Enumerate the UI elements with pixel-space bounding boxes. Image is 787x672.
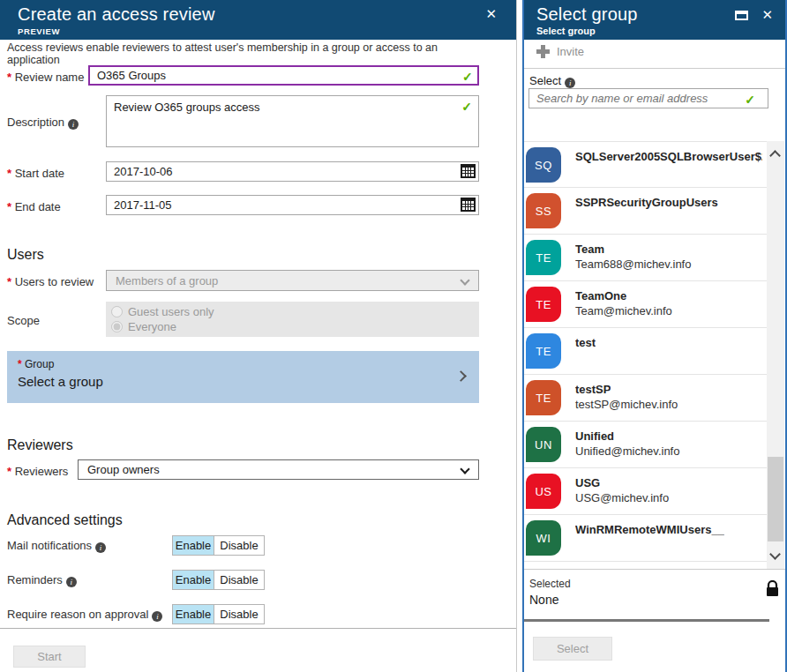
users-to-review-value: Members of a group [116, 274, 218, 287]
chevron-down-icon [460, 275, 469, 285]
calendar-icon[interactable] [461, 164, 476, 182]
group-avatar: TE [526, 240, 561, 275]
group-list-item[interactable]: TE test [524, 328, 768, 375]
search-input[interactable] [528, 88, 768, 108]
group-list-item[interactable]: TE TeamOne Team@michev.info [524, 281, 768, 328]
group-email: Team@michev.info [575, 304, 672, 317]
group-name: Unified [575, 429, 614, 443]
preview-badge: PREVIEW [18, 26, 60, 36]
scope-option-everyone-label: Everyone [128, 320, 176, 333]
group-avatar: TE [526, 333, 561, 369]
start-button[interactable]: Start [13, 646, 86, 668]
group-email: testSP@michev.info [575, 398, 678, 411]
group-picker[interactable]: Group Select a group [7, 351, 479, 403]
group-list: SQ SQLServer2005SQLBrowserUser$2012R... … [524, 141, 768, 562]
reviewers-dropdown[interactable]: Group owners [78, 459, 479, 480]
info-icon: i [565, 78, 575, 88]
valid-check-icon: ✓ [462, 70, 473, 84]
scope-options: Guest users only Everyone [106, 302, 479, 337]
footer-divider [524, 619, 769, 622]
description-label-text: Description [7, 116, 64, 129]
group-avatar: SS [526, 193, 561, 228]
require-reason-toggle: Enable Disable [172, 604, 265, 624]
require-reason-disable-button[interactable]: Disable [214, 605, 264, 623]
reviewers-label: Reviewers [7, 465, 68, 478]
mail-notifications-toggle: Enable Disable [172, 535, 265, 556]
select-button[interactable]: Select [533, 637, 612, 661]
plus-icon [536, 45, 550, 58]
chevron-right-icon [455, 370, 467, 382]
reviewers-section-heading: Reviewers [7, 437, 73, 453]
close-icon[interactable]: ✕ [485, 7, 497, 20]
reminders-disable-button[interactable]: Disable [214, 571, 264, 589]
radio-guest-users-only[interactable] [111, 306, 123, 317]
group-picker-value: Select a group [18, 374, 103, 389]
intro-text: Access reviews enable reviewers to attes… [7, 41, 488, 66]
group-avatar: TE [526, 380, 561, 415]
review-name-input[interactable] [88, 65, 479, 86]
users-section-heading: Users [7, 247, 44, 263]
users-to-review-label: Users to review [7, 275, 94, 288]
group-list-item[interactable]: US USG USG@michev.info [524, 468, 768, 515]
valid-check-icon: ✓ [745, 93, 755, 107]
group-name: TeamOne [575, 289, 626, 302]
group-list-item[interactable]: WI WinRMRemoteWMIUsers__ [524, 515, 768, 562]
scope-option-guests: Guest users only [111, 304, 479, 319]
selected-value: None [529, 593, 558, 607]
valid-check-icon: ✓ [461, 100, 472, 114]
reminders-toggle: Enable Disable [172, 570, 265, 590]
start-date-input[interactable] [106, 161, 479, 182]
invite-button-label: Invite [557, 45, 584, 58]
page-title: Create an access review [18, 4, 215, 25]
group-list-item[interactable]: SS SSPRSecurityGroupUsers [524, 188, 768, 235]
invite-button[interactable]: Invite [536, 45, 584, 58]
reviewers-value: Group owners [87, 463, 160, 476]
review-name-label: Review name [7, 71, 84, 84]
group-email: Unified@michev.info [575, 444, 679, 458]
require-reason-enable-button[interactable]: Enable [173, 605, 214, 623]
reminders-label-text: Reminders [7, 573, 63, 586]
description-field-wrap: Review O365 groups access ✓ [106, 95, 479, 147]
blade-toolbar: Invite [524, 40, 785, 69]
description-input[interactable]: Review O365 groups access [107, 96, 478, 146]
description-label: Descriptioni [7, 116, 79, 130]
info-icon: i [95, 542, 106, 553]
scroll-up-icon[interactable] [769, 150, 781, 161]
info-icon: i [66, 577, 77, 587]
group-avatar: SQ [526, 147, 561, 183]
group-avatar: WI [526, 520, 561, 556]
select-group-title: Select group [536, 4, 638, 25]
users-to-review-dropdown: Members of a group [106, 270, 479, 291]
mail-notifications-disable-button[interactable]: Disable [214, 536, 264, 555]
close-icon[interactable]: ✕ [761, 8, 773, 21]
calendar-icon[interactable] [461, 198, 476, 215]
require-reason-label: Require reason on approvali [7, 608, 162, 622]
group-name: testSP [575, 383, 611, 396]
scrollbar-thumb[interactable] [768, 457, 783, 541]
end-date-input[interactable] [106, 195, 479, 215]
radio-everyone[interactable] [111, 321, 123, 332]
group-list-item[interactable]: SQ SQLServer2005SQLBrowserUser$2012R... [524, 141, 768, 188]
maximize-icon[interactable] [735, 11, 748, 20]
scroll-down-icon[interactable] [769, 549, 781, 560]
start-date-label: Start date [7, 167, 64, 180]
group-email: USG@michev.info [575, 491, 669, 504]
reminders-enable-button[interactable]: Enable [173, 571, 214, 589]
group-list-item[interactable]: TE Team Team688@michev.info [524, 235, 768, 281]
end-date-label: End date [7, 200, 61, 213]
lock-icon [766, 580, 779, 601]
select-field-label: Selecti [529, 74, 575, 88]
group-list-item[interactable]: UN Unified Unified@michev.info [524, 422, 768, 468]
mail-notifications-enable-button[interactable]: Enable [173, 536, 214, 555]
info-icon: i [152, 611, 162, 622]
mail-notifications-label: Mail notificationsi [7, 539, 106, 553]
group-name: SSPRSecurityGroupUsers [575, 196, 718, 209]
scope-option-guests-label: Guest users only [128, 305, 214, 318]
group-avatar: UN [526, 427, 561, 462]
selected-label: Selected [529, 578, 571, 590]
group-list-item[interactable]: TE testSP testSP@michev.info [524, 375, 768, 422]
scope-label: Scope [7, 314, 40, 327]
group-picker-label: Group [18, 358, 54, 370]
scrollbar[interactable] [767, 141, 784, 569]
group-name: USG [575, 476, 600, 489]
